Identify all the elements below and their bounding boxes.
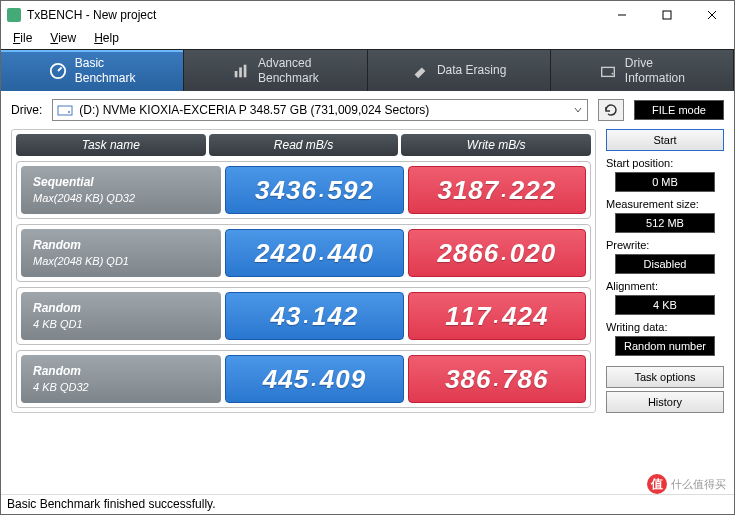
svg-rect-1 (663, 11, 671, 19)
svg-rect-9 (602, 67, 615, 76)
task-cell[interactable]: SequentialMax(2048 KB) QD32 (21, 166, 221, 214)
task-options-button[interactable]: Task options (606, 366, 724, 388)
tab-label: Advanced (258, 56, 319, 70)
close-button[interactable] (689, 1, 734, 29)
tab-data-erasing[interactable]: Data Erasing (368, 50, 551, 91)
drive-select[interactable]: (D:) NVMe KIOXIA-EXCERIA P 348.57 GB (73… (52, 99, 588, 121)
bars-icon (232, 62, 250, 80)
file-mode-button[interactable]: FILE mode (634, 100, 724, 120)
maximize-button[interactable] (644, 1, 689, 29)
sidebar: Start Start position: 0 MB Measurement s… (606, 129, 724, 413)
svg-line-5 (58, 67, 62, 71)
header-write: Write mB/s (401, 134, 591, 156)
window-title: TxBENCH - New project (27, 8, 156, 22)
read-value[interactable]: 445.409 (225, 355, 403, 403)
write-value[interactable]: 386.786 (408, 355, 586, 403)
prewrite-label: Prewrite: (606, 239, 724, 251)
writing-data-label: Writing data: (606, 321, 724, 333)
svg-rect-11 (58, 106, 72, 115)
benchmark-row: RandomMax(2048 KB) QD12420.4402866.020 (16, 224, 591, 282)
prewrite-value[interactable]: Disabled (615, 254, 715, 274)
drive-icon (599, 62, 617, 80)
tab-advanced-benchmark[interactable]: AdvancedBenchmark (184, 50, 367, 91)
chevron-down-icon (573, 105, 583, 115)
tabbar: BasicBenchmark AdvancedBenchmark Data Er… (1, 49, 734, 91)
gauge-icon (49, 62, 67, 80)
erase-icon (411, 62, 429, 80)
start-button[interactable]: Start (606, 129, 724, 151)
disk-icon (57, 103, 73, 117)
measurement-size-label: Measurement size: (606, 198, 724, 210)
tab-label: Information (625, 71, 685, 85)
tab-drive-information[interactable]: DriveInformation (551, 50, 734, 91)
benchmark-panel: Task name Read mB/s Write mB/s Sequentia… (11, 129, 596, 413)
menu-help[interactable]: Help (86, 29, 127, 49)
measurement-size-value[interactable]: 512 MB (615, 213, 715, 233)
titlebar: TxBENCH - New project (1, 1, 734, 29)
svg-point-12 (68, 111, 70, 113)
svg-rect-6 (235, 71, 238, 77)
watermark-text: 什么值得买 (671, 477, 726, 492)
start-position-label: Start position: (606, 157, 724, 169)
alignment-label: Alignment: (606, 280, 724, 292)
benchmark-row: Random4 KB QD143.142117.424 (16, 287, 591, 345)
watermark: 值 什么值得买 (647, 474, 726, 494)
tab-label: Basic (75, 56, 136, 70)
watermark-icon: 值 (647, 474, 667, 494)
writing-data-value[interactable]: Random number (615, 336, 715, 356)
write-value[interactable]: 2866.020 (408, 229, 586, 277)
drive-label: Drive: (11, 103, 42, 117)
read-value[interactable]: 43.142 (225, 292, 403, 340)
drive-selected-text: (D:) NVMe KIOXIA-EXCERIA P 348.57 GB (73… (79, 103, 429, 117)
read-value[interactable]: 3436.592 (225, 166, 403, 214)
app-icon (7, 8, 21, 22)
benchmark-row: Random4 KB QD32445.409386.786 (16, 350, 591, 408)
tab-label: Benchmark (258, 71, 319, 85)
svg-point-10 (611, 72, 613, 74)
statusbar: Basic Benchmark finished successfully. (1, 494, 734, 514)
read-value[interactable]: 2420.440 (225, 229, 403, 277)
tab-label: Drive (625, 56, 685, 70)
task-cell[interactable]: Random4 KB QD1 (21, 292, 221, 340)
alignment-value[interactable]: 4 KB (615, 295, 715, 315)
start-position-value[interactable]: 0 MB (615, 172, 715, 192)
refresh-button[interactable] (598, 99, 624, 121)
svg-rect-7 (239, 67, 242, 77)
task-cell[interactable]: Random4 KB QD32 (21, 355, 221, 403)
tab-label: Benchmark (75, 71, 136, 85)
drive-row: Drive: (D:) NVMe KIOXIA-EXCERIA P 348.57… (1, 91, 734, 129)
menu-file[interactable]: File (5, 29, 40, 49)
menu-view[interactable]: View (42, 29, 84, 49)
write-value[interactable]: 117.424 (408, 292, 586, 340)
tab-label: Data Erasing (437, 63, 506, 77)
header-task: Task name (16, 134, 206, 156)
minimize-button[interactable] (599, 1, 644, 29)
menubar: File View Help (1, 29, 734, 49)
write-value[interactable]: 3187.222 (408, 166, 586, 214)
benchmark-row: SequentialMax(2048 KB) QD323436.5923187.… (16, 161, 591, 219)
refresh-icon (604, 103, 618, 117)
svg-rect-8 (244, 64, 247, 77)
tab-basic-benchmark[interactable]: BasicBenchmark (1, 50, 184, 91)
task-cell[interactable]: RandomMax(2048 KB) QD1 (21, 229, 221, 277)
history-button[interactable]: History (606, 391, 724, 413)
header-read: Read mB/s (209, 134, 399, 156)
